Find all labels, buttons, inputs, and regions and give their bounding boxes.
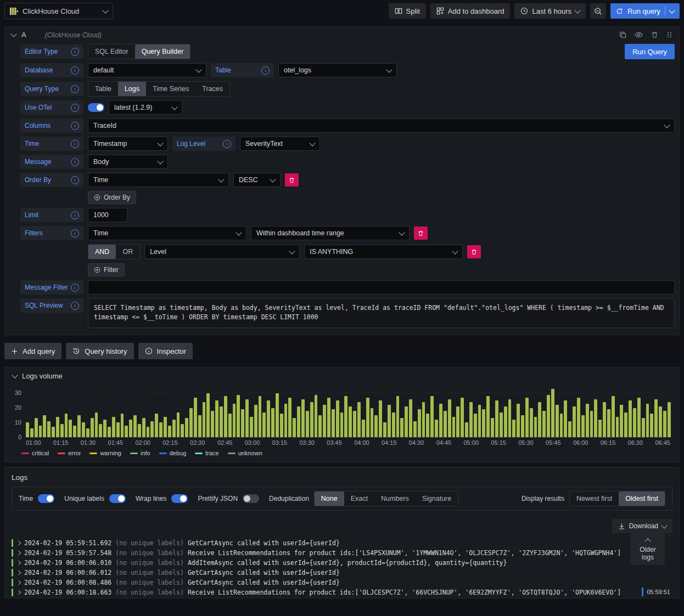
- info-icon[interactable]: [71, 158, 79, 166]
- add-filter-button[interactable]: Filter: [88, 263, 125, 276]
- remove-filter-button[interactable]: [414, 227, 428, 240]
- add-to-dashboard-button[interactable]: Add to dashboard: [430, 3, 511, 19]
- remove-order-by-button[interactable]: [285, 173, 299, 187]
- legend-item-critical[interactable]: critical: [21, 450, 49, 456]
- log-row[interactable]: 2024-02-19 05:59:57.548 (no unique label…: [12, 548, 672, 558]
- query-history-button[interactable]: Query history: [66, 343, 133, 359]
- info-icon[interactable]: [71, 140, 79, 148]
- divider: [665, 7, 665, 15]
- info-icon[interactable]: [71, 211, 79, 219]
- row-filter-condition: ANDOR Level IS ANYTHING: [20, 244, 675, 259]
- info-icon[interactable]: [71, 85, 79, 93]
- legend-item-warning[interactable]: warning: [89, 450, 121, 456]
- filter-field-select[interactable]: Time: [88, 226, 246, 240]
- remove-condition-button[interactable]: [467, 245, 481, 258]
- deduplication-group-option-none[interactable]: None: [315, 491, 344, 506]
- legend-item-info[interactable]: info: [130, 450, 150, 456]
- order-direction-select[interactable]: DESC: [233, 173, 281, 187]
- query-type-group-option-logs[interactable]: Logs: [118, 82, 146, 96]
- zoom-out-button[interactable]: [590, 3, 606, 19]
- log-row[interactable]: 2024-02-19 06:00:08.486 (no unique label…: [12, 578, 672, 587]
- deduplication-group-option-signature[interactable]: Signature: [416, 491, 458, 506]
- info-icon[interactable]: [71, 122, 79, 130]
- run-query-button[interactable]: Run query: [610, 3, 680, 19]
- volume-bar: [344, 396, 347, 437]
- editor-type-group-option-sql-editor[interactable]: SQL Editor: [88, 44, 135, 59]
- editor-type-group-option-query-builder[interactable]: Query Builder: [135, 44, 190, 59]
- duplicate-query-icon[interactable]: [619, 31, 626, 38]
- chevron-down-icon[interactable]: [669, 7, 675, 13]
- condition-field-select[interactable]: Level: [144, 245, 300, 259]
- drag-handle-icon[interactable]: [666, 32, 672, 38]
- collapse-chevron-icon[interactable]: [12, 372, 18, 378]
- info-icon[interactable]: [71, 176, 79, 184]
- info-icon[interactable]: [261, 66, 270, 75]
- time-range-picker[interactable]: Last 6 hours: [514, 3, 586, 19]
- log-timestamp: 2024-02-19 05:59:57.548: [24, 549, 111, 557]
- inspector-button[interactable]: Inspector: [138, 343, 193, 359]
- query-type-group-option-table[interactable]: Table: [88, 82, 118, 96]
- filter-operator-select[interactable]: Within dashboard time range: [251, 226, 410, 240]
- log-row[interactable]: 2024-02-19 06:00:06.010 (no unique label…: [12, 558, 672, 568]
- older-logs-button[interactable]: Older logs: [631, 533, 665, 565]
- add-order-by-button[interactable]: Order By: [88, 191, 136, 204]
- deduplication-group-option-exact[interactable]: Exact: [344, 491, 374, 506]
- log-level-select[interactable]: SeverityText: [240, 137, 320, 151]
- display-results-group-option-oldest-first[interactable]: Oldest first: [619, 491, 665, 506]
- chevron-down-icon: [661, 522, 667, 528]
- log-row[interactable]: 2024-02-19 06:00:18.663 (no unique label…: [12, 587, 672, 597]
- query-type-group-option-traces[interactable]: Traces: [195, 82, 229, 96]
- legend-item-debug[interactable]: debug: [159, 450, 187, 456]
- message-filter-input[interactable]: [88, 280, 675, 295]
- info-icon[interactable]: [223, 140, 231, 148]
- collapse-chevron-icon[interactable]: [10, 31, 16, 37]
- legend-item-trace[interactable]: trace: [195, 450, 218, 456]
- expand-chevron-icon[interactable]: [16, 580, 21, 585]
- info-icon[interactable]: [71, 284, 79, 292]
- table-select[interactable]: otel_logs: [278, 63, 397, 77]
- prettify-json-toggle[interactable]: [243, 494, 259, 503]
- message-column-select[interactable]: Body: [88, 155, 168, 169]
- unique-labels-toggle[interactable]: [109, 494, 126, 503]
- expand-chevron-icon[interactable]: [16, 561, 21, 565]
- deduplication-group-option-numbers[interactable]: Numbers: [374, 491, 416, 506]
- wrap-lines-toggle[interactable]: [171, 494, 188, 503]
- remove-query-icon[interactable]: [651, 31, 658, 38]
- query-type-group-option-time-series[interactable]: Time Series: [146, 82, 195, 96]
- datasource-picker[interactable]: ClickHouse Cloud: [4, 3, 113, 19]
- order-by-column-select[interactable]: Time: [88, 173, 229, 187]
- info-icon[interactable]: [71, 48, 79, 56]
- use-otel-toggle[interactable]: [88, 103, 104, 112]
- expand-chevron-icon[interactable]: [16, 541, 21, 545]
- otel-version-select[interactable]: latest (1.2.9): [109, 100, 182, 115]
- volume-bar: [448, 399, 451, 437]
- database-select[interactable]: default: [88, 63, 206, 77]
- display-results-group-option-newest-first[interactable]: Newest first: [570, 491, 619, 506]
- row-use-otel: Use OTel latest (1.2.9): [20, 100, 675, 115]
- split-button[interactable]: Split: [389, 3, 426, 19]
- limit-input[interactable]: 1000: [88, 208, 127, 222]
- download-button[interactable]: Download: [612, 519, 672, 533]
- run-query-inline-button[interactable]: Run Query: [625, 44, 675, 59]
- expand-chevron-icon[interactable]: [16, 570, 21, 575]
- add-query-button[interactable]: Add query: [4, 343, 61, 359]
- condition-operator-select[interactable]: IS ANYTHING: [304, 245, 463, 259]
- info-icon[interactable]: [71, 66, 79, 75]
- legend-item-unknown[interactable]: unknown: [228, 450, 262, 456]
- logs-volume-header[interactable]: Logs volume: [5, 368, 679, 382]
- legend-item-error[interactable]: error: [58, 450, 81, 456]
- log-row[interactable]: 2024-02-19 06:00:06.012 (no unique label…: [12, 568, 672, 578]
- columns-select[interactable]: TraceId: [88, 118, 675, 133]
- info-icon[interactable]: [71, 302, 79, 310]
- time-column-select[interactable]: Timestamp: [88, 137, 168, 151]
- info-icon[interactable]: [71, 229, 79, 238]
- info-icon[interactable]: [71, 104, 79, 112]
- expand-chevron-icon[interactable]: [16, 551, 21, 555]
- expand-chevron-icon[interactable]: [16, 590, 21, 595]
- time-toggle[interactable]: [38, 494, 54, 503]
- x-tick-label: 03:00: [245, 439, 260, 446]
- hide-query-icon[interactable]: [635, 31, 643, 39]
- log-row[interactable]: 2024-02-19 05:59:51.692 (no unique label…: [12, 538, 672, 548]
- filter-logic-group-option-or[interactable]: OR: [116, 245, 139, 259]
- filter-logic-group-option-and[interactable]: AND: [88, 245, 116, 259]
